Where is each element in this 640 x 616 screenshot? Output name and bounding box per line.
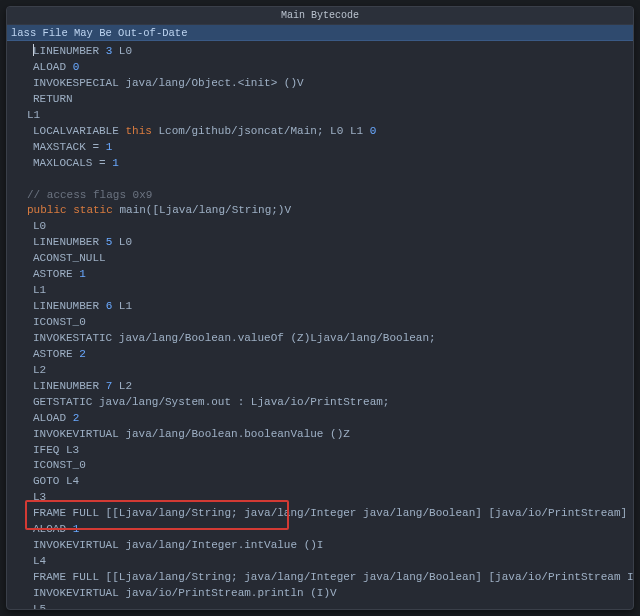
code-line: FRAME FULL [[Ljava/lang/String; java/lan… [9,506,631,522]
code-label: L1 [9,108,631,124]
code-line: ICONST_0 [9,315,631,331]
code-line: LINENUMBER 5 L0 [9,235,631,251]
code-line: ASTORE 2 [9,347,631,363]
warning-banner[interactable]: lass File May Be Out-of-Date [7,25,633,41]
code-label: L5 [9,602,631,609]
code-line: ACONST_NULL [9,251,631,267]
code-line: RETURN [9,92,631,108]
code-line: IFEQ L3 [9,443,631,459]
code-line: ALOAD 0 [9,60,631,76]
code-comment: // access flags 0x9 [9,188,631,204]
code-line: INVOKEVIRTUAL java/io/PrintStream.printl… [9,586,631,602]
code-line: GETSTATIC java/lang/System.out : Ljava/i… [9,395,631,411]
code-label: L2 [9,363,631,379]
bytecode-view[interactable]: LINENUMBER 3 L0 ALOAD 0 INVOKESPECIAL ja… [7,41,633,609]
code-line: FRAME FULL [[Ljava/lang/String; java/lan… [9,570,631,586]
code-label: L0 [9,219,631,235]
blank-line [9,172,631,188]
code-line: ALOAD 2 [9,411,631,427]
code-line: ALOAD 1 [9,522,631,538]
code-line: MAXLOCALS = 1 [9,156,631,172]
code-line: LINENUMBER 7 L2 [9,379,631,395]
code-line: ASTORE 1 [9,267,631,283]
code-line: GOTO L4 [9,474,631,490]
code-line: public static main([Ljava/lang/String;)V [9,203,631,219]
code-label: L4 [9,554,631,570]
code-line: INVOKESTATIC java/lang/Boolean.valueOf (… [9,331,631,347]
code-label: L1 [9,283,631,299]
code-line: MAXSTACK = 1 [9,140,631,156]
code-line: ICONST_0 [9,458,631,474]
window-title: Main Bytecode [7,7,633,25]
code-line: INVOKEVIRTUAL java/lang/Boolean.booleanV… [9,427,631,443]
editor-window: Main Bytecode lass File May Be Out-of-Da… [6,6,634,610]
highlighted-line: INVOKEVIRTUAL java/lang/Integer.intValue… [9,538,631,554]
code-line: LOCALVARIABLE this Lcom/github/jsoncat/M… [9,124,631,140]
code-line: INVOKESPECIAL java/lang/Object.<init> ()… [9,76,631,92]
code-line: LINENUMBER 3 L0 [9,44,631,60]
code-line: LINENUMBER 6 L1 [9,299,631,315]
code-label: L3 [9,490,631,506]
